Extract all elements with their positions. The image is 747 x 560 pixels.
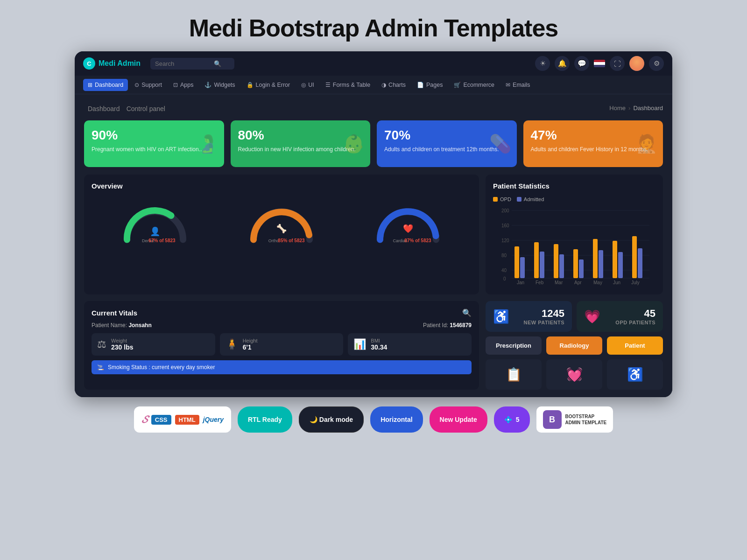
stat-icon-0: 🤰 [197, 133, 218, 154]
svg-rect-27 [573, 249, 578, 278]
svg-text:🦴: 🦴 [276, 224, 287, 234]
notification-icon[interactable]: 🔔 [555, 56, 570, 71]
svg-text:200: 200 [501, 208, 509, 213]
svg-text:87% of 5823: 87% of 5823 [405, 238, 432, 243]
svg-rect-32 [618, 252, 623, 278]
breadcrumb: Home › Dashboard [609, 105, 663, 112]
action-patient[interactable]: Patient [607, 336, 663, 355]
wheelchair-icon: ♿ [493, 309, 509, 324]
metric-bmi: 📊 BMI 30.34 [348, 333, 472, 356]
svg-text:❤️: ❤️ [403, 224, 414, 234]
patient-stats-title: Patient Statistics [493, 182, 655, 190]
svg-rect-28 [579, 259, 584, 278]
vitals-title: Current Vitals [92, 309, 137, 317]
svg-text:May: May [593, 280, 602, 285]
vitals-patient-row: Patient Name: Jonsahn Patient Id: 154687… [92, 322, 472, 329]
support-icon: ⊙ [134, 82, 139, 88]
overview-title: Overview [92, 182, 472, 190]
logo: C Medi Admin [83, 57, 144, 70]
nav-pages[interactable]: 📄 Pages [412, 79, 447, 91]
gauge-ortho-svg: 🦴 Ortho 85% of 5823 [247, 201, 317, 245]
new-patients-label: NEW PATIENTS [516, 320, 564, 325]
dashboard-icon: ⊞ [88, 82, 92, 88]
gauge-cardiac: ❤️ Cardiac 87% of 5823 [373, 201, 443, 245]
features-row: 𝓢 CSS HTML jQuery RTL Ready 🌙 Dark mode … [134, 397, 613, 437]
navbar: ⊞ Dashboard ⊙ Support ⊡ Apps ⚓ Widgets 🔒… [75, 76, 672, 94]
new-update-badge[interactable]: New Update [430, 406, 487, 433]
search-input[interactable] [155, 60, 211, 67]
pages-icon: 📄 [417, 82, 424, 88]
action-radiology[interactable]: Radiology [546, 336, 602, 355]
legend-admitted: Admitted [517, 196, 544, 202]
flag-icon[interactable] [594, 60, 605, 67]
action-prescription[interactable]: Prescription [486, 336, 542, 355]
dark-mode-badge[interactable]: 🌙 Dark mode [299, 406, 364, 433]
wheelchair-icon2: ♿ [627, 367, 643, 382]
avatar[interactable] [629, 56, 644, 71]
svg-rect-25 [554, 244, 558, 278]
svg-text:67% of 5823: 67% of 5823 [148, 238, 176, 243]
stat-icon-1: 👶 [343, 133, 365, 154]
nav-ui[interactable]: ◎ UI [296, 79, 319, 91]
ecommerce-icon: 🛒 [454, 82, 461, 88]
settings-icon[interactable]: ⚙ [649, 56, 664, 71]
gauge-dental: 👤 Dental 67% of 5823 [120, 201, 190, 245]
overview-card: Overview 👤 Dental [84, 175, 479, 294]
svg-rect-29 [593, 239, 598, 278]
heartbeat-icon: 💗 [584, 309, 600, 324]
quick-stat-opd-patients: 💗 45 OPD PATIENTS [577, 301, 663, 332]
svg-text:Ortho: Ortho [268, 238, 279, 243]
nav-charts[interactable]: ◑ Charts [377, 79, 410, 91]
rtl-ready-badge[interactable]: RTL Ready [238, 406, 292, 433]
svg-text:Mar: Mar [555, 280, 563, 285]
page-title: Dashboard Control panel [84, 102, 165, 114]
fullscreen-icon[interactable]: ⛶ [610, 56, 625, 71]
vitals-metrics: ⚖ Weight 230 lbs 🧍 Height 6'1 [92, 333, 472, 356]
weight-icon: ⚖ [97, 338, 106, 350]
stat-icon-2: 💊 [489, 133, 511, 154]
apps-icon: ⊡ [173, 82, 178, 88]
quick-stat-new-patients: ♿ 1245 NEW PATIENTS [486, 301, 572, 332]
nav-forms-table[interactable]: ☰ Forms & Table [321, 79, 375, 91]
vitals-card: Current Vitals 🔍 Patient Name: Jonsahn P… [84, 301, 479, 390]
stat-card-3: 47% Adults and children Fever History in… [523, 120, 663, 167]
nav-ecommerce[interactable]: 🛒 Ecommerce [449, 79, 499, 91]
chat-icon[interactable]: 💬 [574, 56, 589, 71]
height-icon: 🧍 [226, 338, 238, 350]
nav-widgets[interactable]: ⚓ Widgets [200, 79, 240, 91]
nav-emails[interactable]: ✉ Emails [501, 79, 535, 91]
brightness-icon[interactable]: ☀ [535, 56, 550, 71]
topbar-icons: ☀ 🔔 💬 ⛶ ⚙ [535, 56, 664, 71]
css3-badge: CSS [151, 415, 171, 425]
search-box[interactable]: 🔍 [150, 58, 234, 70]
stat-icon-3: 🧑‍⚕️ [635, 133, 657, 154]
current-crumb: Dashboard [633, 105, 663, 112]
stat-card-2: 70% Adults and children on treatment 12t… [377, 120, 517, 167]
main-title: Medi Bootstrap Admin Templates [189, 0, 558, 51]
nav-dashboard[interactable]: ⊞ Dashboard [83, 79, 128, 91]
gauge-dental-svg: 👤 Dental 67% of 5823 [120, 201, 190, 245]
metric-weight: ⚖ Weight 230 lbs [92, 333, 215, 356]
svg-text:Jun: Jun [613, 280, 620, 285]
svg-rect-23 [534, 242, 539, 278]
nav-support[interactable]: ⊙ Support [130, 79, 167, 91]
version-badge[interactable]: 💠 5 [494, 406, 530, 433]
stat-card-0: 90% Pregnant women with HIV on ART infec… [84, 120, 224, 167]
legend-opd: OPD [493, 196, 511, 202]
patient-stats-card: Patient Statistics OPD Admitted 200 160 [486, 175, 663, 294]
metric-height: 🧍 Height 6'1 [220, 333, 344, 356]
jquery-badge: jQuery [203, 416, 224, 423]
vitals-search-icon[interactable]: 🔍 [462, 308, 472, 317]
svg-text:July: July [631, 280, 640, 285]
charts-icon: ◑ [381, 82, 386, 88]
opd-patients-value: 45 [607, 308, 655, 320]
horizontal-badge[interactable]: Horizontal [370, 406, 423, 433]
svg-text:120: 120 [501, 238, 509, 243]
stat-cards: 90% Pregnant women with HIV on ART infec… [84, 120, 663, 167]
nav-login-error[interactable]: 🔒 Login & Error [242, 79, 295, 91]
html5-badge: HTML [175, 415, 199, 425]
nav-apps[interactable]: ⊡ Apps [169, 79, 198, 91]
overview-gauges: 👤 Dental 67% of 5823 [92, 196, 472, 250]
svg-rect-26 [559, 254, 564, 278]
gauge-ortho: 🦴 Ortho 85% of 5823 [247, 201, 317, 245]
